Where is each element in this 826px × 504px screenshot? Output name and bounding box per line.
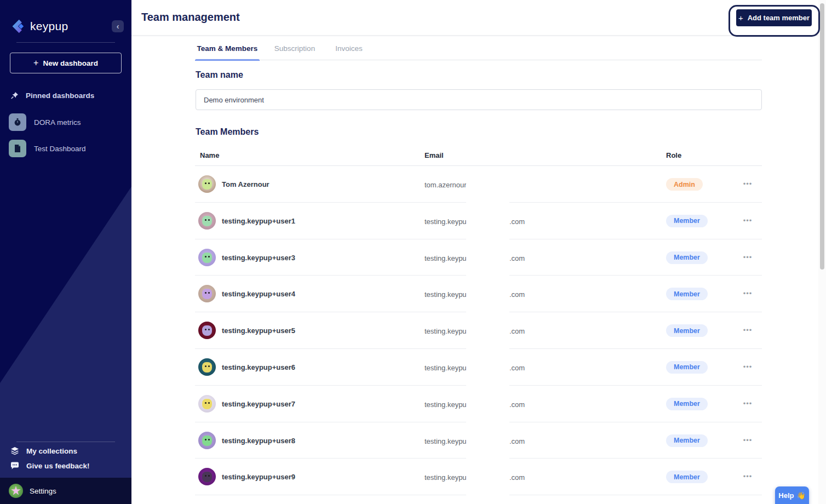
row-actions-menu-button[interactable]: ••• xyxy=(740,399,755,409)
team-members-heading: Team Members xyxy=(196,127,259,137)
add-team-member-label: Add team member xyxy=(748,14,810,22)
page-title: Team management xyxy=(141,11,240,24)
member-name: testing.keypup+user5 xyxy=(222,327,295,335)
pin-icon xyxy=(10,91,19,100)
email-redaction-overlay xyxy=(466,169,509,504)
member-email-domain: .com xyxy=(509,217,525,226)
new-dashboard-label: New dashboard xyxy=(43,59,98,67)
plus-icon: + xyxy=(738,13,743,22)
sidebar-item-label: Test Dashboard xyxy=(34,145,86,153)
give-feedback-item[interactable]: Give us feedback! xyxy=(10,462,90,470)
member-name: testing.keypup+user1 xyxy=(222,217,295,225)
member-name: testing.keypup+user7 xyxy=(222,400,295,408)
keypup-logo-icon xyxy=(9,18,25,35)
member-email: testing.keypu xyxy=(425,217,467,226)
member-email: tom.azernour( xyxy=(425,181,469,189)
app-root: keypup ‹ + New dashboard Pinned dashboar… xyxy=(0,0,826,504)
top-header: Team management + Add team member xyxy=(131,0,826,36)
avatar-creature xyxy=(202,253,212,263)
avatar xyxy=(198,395,216,413)
tab-baseline-divider xyxy=(195,60,762,60)
avatar xyxy=(198,358,216,376)
scrollbar-thumb[interactable] xyxy=(820,3,824,270)
role-badge: Admin xyxy=(666,178,703,191)
sidebar: keypup ‹ + New dashboard Pinned dashboar… xyxy=(0,0,131,504)
row-actions-menu-button[interactable]: ••• xyxy=(740,216,755,226)
avatar xyxy=(198,285,216,302)
role-badge: Member xyxy=(666,324,708,337)
column-header-role: Role xyxy=(666,151,681,159)
row-actions-menu-button[interactable]: ••• xyxy=(740,253,755,262)
member-name: testing.keypup+user9 xyxy=(222,473,295,481)
avatar-creature xyxy=(202,472,212,482)
member-name: testing.keypup+user8 xyxy=(222,437,295,445)
row-actions-menu-button[interactable]: ••• xyxy=(740,362,755,372)
avatar xyxy=(198,249,216,266)
main-area: Team management + Add team member Team &… xyxy=(131,0,826,504)
member-email: testing.keypu xyxy=(425,327,467,335)
avatar xyxy=(198,212,216,230)
sidebar-item-label: DORA metrics xyxy=(34,118,81,127)
avatar-eye xyxy=(205,402,206,404)
member-email-domain: .com xyxy=(509,290,525,299)
sidebar-divider xyxy=(16,42,115,43)
settings-item[interactable]: Settings xyxy=(0,478,131,504)
avatar-eye xyxy=(208,219,210,221)
my-collections-item[interactable]: My collections xyxy=(10,446,77,455)
avatar-eye xyxy=(205,256,206,257)
avatar-eye xyxy=(205,219,206,221)
chat-bubble-icon xyxy=(10,462,19,470)
logo-text: keypup xyxy=(30,20,68,33)
role-badge: Member xyxy=(666,434,708,447)
avatar-eye xyxy=(205,182,206,184)
role-badge: Member xyxy=(666,215,708,227)
row-actions-menu-button[interactable]: ••• xyxy=(740,289,755,299)
help-button[interactable]: Help 👋 xyxy=(775,486,809,504)
chevron-left-icon: ‹ xyxy=(117,22,119,31)
document-icon xyxy=(14,144,21,153)
tab-subscription[interactable]: Subscription xyxy=(265,36,324,61)
role-badge: Member xyxy=(666,251,708,264)
dashboard-tile xyxy=(9,140,26,157)
row-actions-menu-button[interactable]: ••• xyxy=(740,179,755,189)
avatar-creature xyxy=(202,362,212,373)
add-team-member-button[interactable]: + Add team member xyxy=(736,9,812,26)
column-header-name: Name xyxy=(200,151,219,159)
give-feedback-label: Give us feedback! xyxy=(26,462,90,470)
waving-hand-icon: 👋 xyxy=(796,491,805,500)
avatar-eye xyxy=(205,439,206,440)
settings-label: Settings xyxy=(30,487,56,495)
avatar-eye xyxy=(208,402,210,404)
pinned-dashboards-label: Pinned dashboards xyxy=(26,91,94,100)
member-name: Tom Azernour xyxy=(222,180,269,188)
avatar-eye xyxy=(208,439,210,440)
team-name-input[interactable] xyxy=(196,89,762,110)
member-email-domain: .com xyxy=(509,437,525,445)
page-scrollbar[interactable] xyxy=(818,0,826,504)
avatar-eye xyxy=(208,182,210,184)
sidebar-collapse-button[interactable]: ‹ xyxy=(112,20,124,32)
member-email: testing.keypu xyxy=(425,473,467,482)
tab-bar: Team & Members Subscription Invoices xyxy=(195,36,371,61)
help-label: Help xyxy=(778,491,794,500)
tab-team-members[interactable]: Team & Members xyxy=(195,36,260,61)
role-badge: Member xyxy=(666,471,708,483)
member-email: testing.keypu xyxy=(425,254,467,262)
layers-icon xyxy=(10,446,19,455)
row-actions-menu-button[interactable]: ••• xyxy=(740,436,755,445)
column-header-email: Email xyxy=(425,151,444,159)
new-dashboard-button[interactable]: + New dashboard xyxy=(10,53,122,73)
member-email-domain: .com xyxy=(509,400,525,409)
sidebar-item-dora-metrics[interactable]: DORA metrics xyxy=(9,113,124,131)
member-email-domain: .com xyxy=(509,254,525,262)
logo: keypup xyxy=(9,18,124,35)
avatar-creature xyxy=(202,289,212,299)
row-actions-menu-button[interactable]: ••• xyxy=(740,472,755,482)
row-actions-menu-button[interactable]: ••• xyxy=(740,325,755,335)
sidebar-item-test-dashboard[interactable]: Test Dashboard xyxy=(9,140,124,157)
member-name: testing.keypup+user4 xyxy=(222,290,295,298)
tab-invoices[interactable]: Invoices xyxy=(327,36,371,61)
tab-label: Subscription xyxy=(274,44,315,53)
avatar-creature xyxy=(202,216,212,226)
avatar-creature xyxy=(202,436,212,446)
